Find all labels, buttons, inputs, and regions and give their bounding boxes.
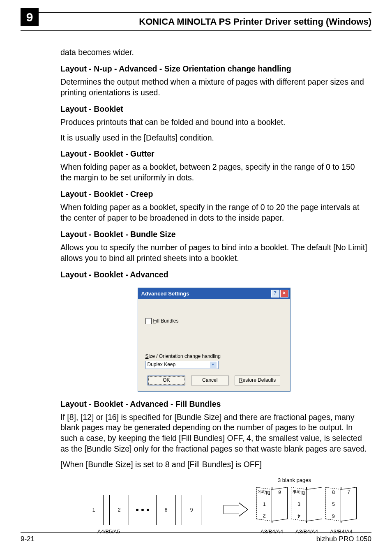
help-icon[interactable]: ? xyxy=(271,290,279,297)
flat-page: 8 xyxy=(156,495,176,525)
body-intro: data becomes wider. xyxy=(60,47,367,58)
size-orientation-label: Size / Orientation change handling xyxy=(145,353,283,360)
close-icon[interactable]: × xyxy=(280,290,288,297)
flat-page: 2 xyxy=(109,495,129,525)
heading-advanced: Layout - Booklet - Advanced xyxy=(60,270,367,280)
cancel-button[interactable]: Cancel xyxy=(191,376,229,385)
heading-fill-bundles: Layout - Booklet - Advanced - Fill Bundl… xyxy=(60,399,367,410)
heading-nup-size: Layout - N-up - Advanced - Size Orientat… xyxy=(60,64,367,74)
open-book: 8 5 6 7 xyxy=(327,486,355,525)
dialog-title-text: Advanced Settings xyxy=(141,290,189,297)
fill-bundles-checkbox-row[interactable]: Fill Bundles xyxy=(145,318,283,325)
blank-pages-label: 3 blank pages xyxy=(278,477,311,483)
advanced-settings-dialog: Advanced Settings ? × Fill Bundles Size … xyxy=(138,288,291,392)
flat-page: 9 xyxy=(182,495,201,525)
open-books-row: Blank 1 2 9 Blank 3 4 8 xyxy=(258,486,355,525)
para-creep: When folding paper as a booklet, specify… xyxy=(60,202,367,224)
open-book: Blank 3 4 xyxy=(292,486,321,525)
main-content: data becomes wider. Layout - N-up - Adva… xyxy=(60,47,367,470)
heading-booklet: Layout - Booklet xyxy=(60,104,367,115)
para-booklet-2: It is usually used in the [Defaults] con… xyxy=(60,133,367,143)
para-fill-bundles: If [8], [12] or [16] is specified for [B… xyxy=(60,412,367,455)
para-gutter: When folding paper as a booklet, between… xyxy=(60,162,367,183)
heading-gutter: Layout - Booklet - Gutter xyxy=(60,149,367,159)
select-value: Duplex Keep xyxy=(148,362,176,368)
flat-page: 1 xyxy=(84,495,104,525)
page-number: 9-21 xyxy=(21,535,35,543)
ok-button[interactable]: OK xyxy=(148,376,185,385)
para-nup-size: Determines the output method when a mixt… xyxy=(60,77,367,98)
page-footer: 9-21 bizhub PRO 1050 xyxy=(21,532,371,543)
para-bundle-size: Allows you to specify the number of page… xyxy=(60,242,367,264)
header-bar: KONICA MINOLTA PS Printer Driver setting… xyxy=(21,12,371,31)
product-name: bizhub PRO 1050 xyxy=(316,535,371,543)
restore-defaults-button[interactable]: Restore Defaults xyxy=(235,376,280,385)
chevron-down-icon[interactable]: ▾ xyxy=(210,362,217,368)
flat-pages-row: 1 2 8 9 xyxy=(84,495,201,525)
arrow-right-icon xyxy=(224,504,248,515)
para-booklet-1: Produces printouts that can be folded an… xyxy=(60,117,367,128)
chapter-badge: 9 xyxy=(21,8,39,26)
size-orientation-select[interactable]: Duplex Keep ▾ xyxy=(145,361,219,369)
doc-title: KONICA MINOLTA PS Printer Driver setting… xyxy=(139,16,371,27)
ellipsis-icon xyxy=(135,509,150,511)
fill-bundles-label: Fill Bundles xyxy=(153,318,179,325)
heading-bundle-size: Layout - Booklet - Bundle Size xyxy=(60,229,367,240)
open-book: Blank 1 2 9 xyxy=(258,486,286,525)
dialog-titlebar: Advanced Settings ? × xyxy=(138,288,290,299)
heading-creep: Layout - Booklet - Creep xyxy=(60,189,367,200)
para-example-caption: [When [Bundle Size] is set to 8 and [Fil… xyxy=(60,459,367,470)
checkbox-icon[interactable] xyxy=(145,318,152,324)
